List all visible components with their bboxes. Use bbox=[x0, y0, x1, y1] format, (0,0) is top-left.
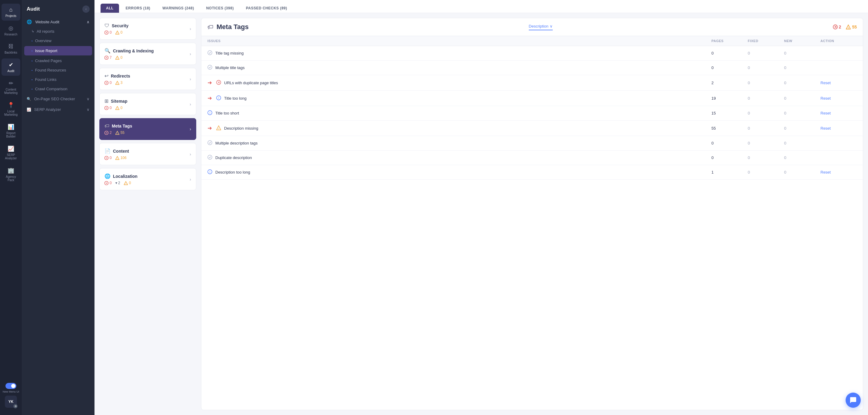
tab-errors[interactable]: ERRORS (18) bbox=[120, 4, 156, 13]
issue-label-desc-missing: Description missing bbox=[224, 126, 258, 130]
chevron-right-icon: › bbox=[190, 177, 191, 182]
issue-cell: Duplicate description bbox=[208, 155, 711, 160]
col-new: NEW bbox=[784, 39, 820, 43]
svg-text:!: ! bbox=[117, 82, 118, 85]
sidebar-item-crawl-comparison[interactable]: ● Crawl Comparison bbox=[22, 84, 94, 94]
action-cell-desc-long[interactable]: Reset bbox=[820, 170, 857, 175]
audit-card-content[interactable]: 📄 Content ✕ 0 ! 106 › bbox=[99, 143, 196, 165]
card-title-meta-tags: Meta Tags bbox=[112, 124, 132, 128]
description-filter[interactable]: Description ∨ bbox=[529, 24, 553, 30]
svg-text:✕: ✕ bbox=[105, 31, 108, 34]
chevron-down-icon: ∨ bbox=[87, 107, 90, 112]
new-cell-multiple-title: 0 bbox=[784, 65, 820, 70]
nav-item-content-marketing[interactable]: ✏ Content Marketing bbox=[1, 77, 20, 97]
nav-label-audit: Audit bbox=[7, 69, 14, 73]
col-action: ACTION bbox=[820, 39, 857, 43]
chevron-up-icon: ∧ bbox=[87, 20, 90, 24]
fixed-cell-duplicate-desc: 0 bbox=[748, 155, 784, 160]
sidebar-item-found-resources[interactable]: ● Found Resources bbox=[22, 65, 94, 75]
nav-label-research: Research bbox=[4, 33, 18, 36]
new-cell-title-long: 0 bbox=[784, 96, 820, 100]
redirect-icon: ↩ bbox=[104, 73, 108, 79]
nav-item-agency-pack[interactable]: 🏢 Agency Pack bbox=[1, 164, 20, 185]
chat-button[interactable] bbox=[845, 393, 861, 408]
chevron-right-icon: › bbox=[190, 127, 191, 131]
svg-text:✕: ✕ bbox=[217, 81, 220, 84]
pages-cell-desc-missing: 55 bbox=[711, 126, 748, 130]
tag-icon: 🏷 bbox=[104, 123, 109, 129]
fixed-cell-desc-long: 0 bbox=[748, 170, 784, 175]
issue-cell: Multiple title tags bbox=[208, 65, 711, 70]
nav-item-report-builder[interactable]: 📊 Report Builder bbox=[1, 121, 20, 141]
tab-passed[interactable]: PASSED CHECKS (89) bbox=[241, 4, 292, 13]
tab-warnings[interactable]: WARNINGS (248) bbox=[157, 4, 199, 13]
info-count-localization: ▾ 2 bbox=[115, 181, 120, 185]
nav-label-report-builder: Report Builder bbox=[3, 131, 19, 138]
audit-card-localization[interactable]: 🌐 Localization ✕ 0 ▾ 2 ! 0 bbox=[99, 168, 196, 190]
col-fixed: FIXED bbox=[748, 39, 784, 43]
report-builder-icon: 📊 bbox=[7, 124, 14, 130]
svg-text:i: i bbox=[218, 96, 219, 100]
table-row: Multiple title tags 0 0 0 bbox=[202, 61, 863, 75]
sidebar-item-issue-report[interactable]: ● Issue Report bbox=[24, 46, 92, 55]
sidebar-item-crawled-pages[interactable]: ● Crawled Pages bbox=[22, 56, 94, 65]
fixed-cell-title-missing: 0 bbox=[748, 51, 784, 55]
tab-all[interactable]: ALL bbox=[100, 4, 119, 13]
col-issues: ISSUES bbox=[208, 39, 711, 43]
audit-card-redirects[interactable]: ↩ Redirects ✕ 0 ! 3 › bbox=[99, 68, 196, 90]
card-title-redirects: Redirects bbox=[111, 73, 130, 79]
action-cell-desc-missing[interactable]: Reset bbox=[820, 126, 857, 130]
shield-icon: 🛡 bbox=[104, 23, 109, 28]
sidebar-item-serp-analyzer[interactable]: 📈 SERP Analyzer ∨ bbox=[22, 104, 94, 115]
svg-point-33 bbox=[208, 65, 212, 69]
svg-text:!: ! bbox=[848, 26, 849, 29]
issue-label-multiple-title: Multiple title tags bbox=[215, 65, 245, 70]
sidebar-item-overview[interactable]: ● Overview bbox=[22, 36, 94, 46]
new-menu-toggle[interactable] bbox=[5, 383, 17, 389]
action-cell-duplicate-titles[interactable]: Reset bbox=[820, 81, 857, 85]
svg-text:i: i bbox=[210, 170, 210, 174]
issue-icon-title-missing bbox=[208, 50, 212, 56]
issue-cell: ➜ ✕ URLs with duplicate page titles bbox=[208, 79, 711, 86]
nav-label-local-marketing: Local Marketing bbox=[3, 110, 19, 116]
nav-item-projects[interactable]: ⌂ Projects bbox=[1, 4, 20, 21]
bullet-icon: ● bbox=[31, 88, 33, 90]
nav-item-audit[interactable]: ✔ Audit bbox=[1, 58, 20, 76]
audit-card-security[interactable]: 🛡 Security ✕ 0 ! 0 › bbox=[99, 18, 196, 40]
sidebar-item-found-links[interactable]: ● Found Links bbox=[22, 75, 94, 84]
nav-item-serp-analyzer[interactable]: 📈 SERP Analyzer bbox=[1, 142, 20, 163]
panel-title-area: 🏷 Meta Tags bbox=[208, 23, 249, 31]
user-avatar[interactable]: YK ⚙ bbox=[5, 395, 17, 408]
svg-text:✕: ✕ bbox=[105, 82, 108, 85]
nav-item-local-marketing[interactable]: 📍 Local Marketing bbox=[1, 99, 20, 119]
sidebar-section-website-audit[interactable]: 🌐 Website Audit ∧ bbox=[22, 17, 94, 27]
table-row: Title tag missing 0 0 0 bbox=[202, 46, 863, 61]
tab-notices[interactable]: NOTICES (398) bbox=[201, 4, 239, 13]
audit-card-meta-tags[interactable]: 🏷 Meta Tags ✕ 2 ! 55 › bbox=[99, 118, 196, 140]
pages-cell-multiple-title: 0 bbox=[711, 65, 748, 70]
issue-label-title-missing: Title tag missing bbox=[215, 51, 244, 55]
filter-chevron-icon: ∨ bbox=[550, 24, 553, 28]
nav-item-backlinks[interactable]: ⛓ Backlinks bbox=[1, 40, 20, 57]
audit-card-crawling[interactable]: 🔍 Crawling & Indexing ✕ 7 ! 0 bbox=[99, 43, 196, 65]
audit-card-sitemap[interactable]: ⊞ Sitemap ✕ 0 ! 0 › bbox=[99, 93, 196, 115]
new-cell-desc-long: 0 bbox=[784, 170, 820, 175]
nav-item-research[interactable]: ◎ Research bbox=[1, 22, 20, 39]
action-cell-title-short[interactable]: Reset bbox=[820, 111, 857, 115]
sidebar-item-all-reports[interactable]: ↳ All reports bbox=[22, 27, 94, 36]
table-row: i Description too long 1 0 0 Reset bbox=[202, 165, 863, 180]
issue-icon-title-long: i bbox=[216, 95, 221, 101]
nav-label-agency-pack: Agency Pack bbox=[3, 175, 19, 182]
sidebar-item-on-page-seo[interactable]: 🔍 On-Page SEO Checker ∨ bbox=[22, 94, 94, 104]
issue-label-desc-long: Description too long bbox=[215, 170, 250, 175]
issue-icon-title-short: i bbox=[208, 110, 212, 116]
issue-label-title-long: Title too long bbox=[224, 96, 247, 100]
toggle-area: New Menu UI bbox=[3, 383, 20, 393]
svg-text:!: ! bbox=[125, 182, 126, 185]
issues-table: ISSUES PAGES FIXED NEW ACTION Title tag … bbox=[202, 36, 863, 410]
sidebar-collapse-button[interactable]: ‹ bbox=[82, 5, 90, 13]
action-cell-title-long[interactable]: Reset bbox=[820, 96, 857, 100]
warn-count-localization: ! 0 bbox=[124, 181, 131, 185]
table-body: Title tag missing 0 0 0 Multiple title t… bbox=[202, 46, 863, 180]
card-title-security: Security bbox=[112, 23, 128, 28]
